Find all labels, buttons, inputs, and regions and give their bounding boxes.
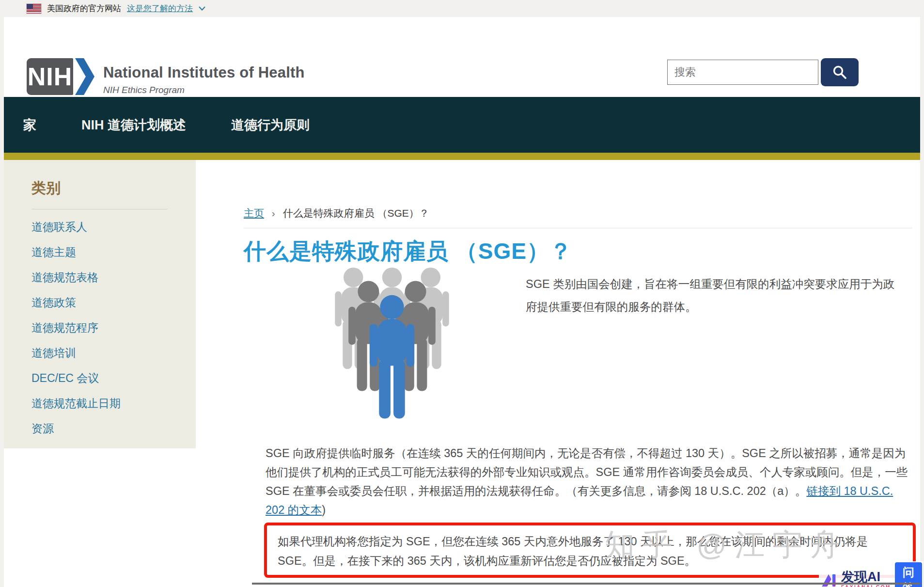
sidebar-item-ethics-topics[interactable]: 道德主题 [31, 246, 76, 258]
program-name: NIH Ethics Program [103, 85, 305, 95]
search-icon [832, 64, 847, 80]
sidebar-item-ethics-procedures[interactable]: 道德规范程序 [31, 321, 98, 334]
org-text: National Institutes of Health NIH Ethics… [103, 58, 305, 95]
page-title: 什么是特殊政府雇员 （SGE）？ [244, 237, 572, 267]
intro-paragraph: SGE 类别由国会创建，旨在将一组重要但有限的利益冲突要求应用于为政府提供重要但… [526, 273, 904, 318]
sidebar-item-ethics-policies[interactable]: 道德政策 [31, 296, 76, 309]
breadcrumb-current: 什么是特殊政府雇员 （SGE）？ [283, 207, 429, 219]
highlighted-note: 如果代理机构将您指定为 SGE，但您在连续 365 天内意外地服务了 130 天… [264, 523, 916, 578]
list-item: 道德政策 [31, 295, 196, 310]
list-item: 资源 [31, 421, 196, 436]
list-item: 道德规范截止日期 [31, 396, 196, 411]
category-sidebar: 类别 道德联系人 道德主题 道德规范表格 道德政策 道德规范程序 道德培训 DE… [4, 160, 196, 448]
gov-banner: 美国政府的官方网站 这是您了解的方法 [0, 0, 924, 17]
breadcrumb-divider [244, 228, 912, 228]
people-silhouettes-icon [316, 268, 468, 428]
sidebar-item-ethics-training[interactable]: 道德培训 [31, 347, 76, 359]
nav-item-conduct-principles[interactable]: 道德行为原则 [231, 116, 310, 134]
sidebar-item-resources[interactable]: 资源 [31, 422, 54, 435]
sidebar-item-ethics-deadlines[interactable]: 道德规范截止日期 [31, 397, 121, 410]
content-area: 类别 道德联系人 道德主题 道德规范表格 道德政策 道德规范程序 道德培训 DE… [4, 160, 920, 587]
search-button[interactable] [821, 58, 859, 86]
body-paragraph: SGE 向政府提供临时服务（在连续 365 天的任何期间内，无论是否有偿，不得超… [266, 444, 910, 520]
sidebar-item-dec-ec-meetings[interactable]: DEC/EC 会议 [31, 372, 99, 384]
sidebar-item-ethics-forms[interactable]: 道德规范表格 [31, 271, 98, 284]
list-item: 道德规范表格 [31, 270, 196, 285]
list-item: 道德规范程序 [31, 320, 196, 335]
faxianai-brand: 发现AI [841, 571, 891, 584]
sge-group-illustration [316, 268, 468, 428]
body-text-after-link: ) [322, 504, 326, 516]
sidebar-heading: 类别 [31, 178, 196, 198]
list-item: 道德联系人 [31, 220, 196, 235]
list-item: 道德培训 [31, 346, 196, 361]
us-flag-icon [27, 4, 41, 14]
gold-accent-bar [4, 153, 920, 160]
list-item: DEC/EC 会议 [31, 371, 196, 386]
nav-item-ethics-overview[interactable]: NIH 道德计划概述 [81, 116, 186, 134]
highlighted-note-text: 如果代理机构将您指定为 SGE，但您在连续 365 天内意外地服务了 130 天… [278, 535, 868, 567]
bottom-divider [252, 583, 920, 585]
nih-logo-mark: NIH [27, 58, 73, 95]
breadcrumb-home-link[interactable]: 主页 [244, 207, 264, 219]
gov-banner-text: 美国政府的官方网站 [47, 3, 121, 14]
site-header: NIH National Institutes of Health NIH Et… [4, 17, 920, 97]
chevron-down-icon[interactable] [199, 6, 205, 11]
nih-logo[interactable]: NIH National Institutes of Health NIH Et… [27, 58, 305, 95]
primary-nav: 家 NIH 道德计划概述 道德行为原则 [4, 97, 920, 153]
breadcrumb-separator: › [272, 207, 275, 219]
gov-banner-link[interactable]: 这是您了解的方法 [127, 3, 193, 14]
org-name: National Institutes of Health [103, 64, 305, 81]
search-input[interactable] [667, 60, 818, 85]
sidebar-item-ethics-contacts[interactable]: 道德联系人 [31, 221, 87, 233]
nav-item-home[interactable]: 家 [23, 116, 36, 134]
nih-logo-acronym: NIH [28, 62, 73, 91]
list-item: 道德主题 [31, 245, 196, 260]
breadcrumb: 主页 › 什么是特殊政府雇员 （SGE）？ [244, 206, 429, 220]
sidebar-list: 道德联系人 道德主题 道德规范表格 道德政策 道德规范程序 道德培训 DEC/E… [31, 220, 196, 436]
nih-logo-chevron-icon [74, 58, 94, 95]
sidebar-divider [31, 209, 167, 209]
faxianai-domain: FAXIANAI.COM [841, 585, 891, 587]
search-area [667, 58, 859, 86]
